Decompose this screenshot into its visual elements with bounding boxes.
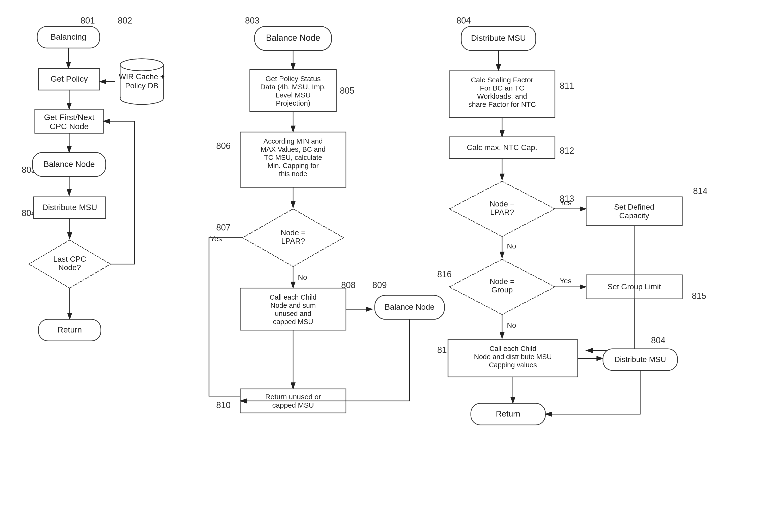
arrow-lastcpc-loop — [103, 121, 134, 264]
node-ru-label1: Return unused or — [265, 393, 321, 401]
node-gps-label3: Level MSU — [275, 91, 311, 99]
node-cs-label4: share Factor for NTC — [468, 100, 536, 108]
node-lpar-label2: LPAR? — [281, 237, 305, 245]
node-get-first-label1: Get First/Next — [44, 113, 94, 122]
node-gps-label4: Projection) — [276, 99, 310, 107]
node-cc2-label1: Call each Child — [489, 345, 536, 352]
label-804-right: 804 — [457, 16, 471, 25]
node-cs-label2: For BC an TC — [480, 84, 525, 92]
node-ru-label2: capped MSU — [272, 401, 314, 409]
label-no-2: No — [507, 242, 516, 250]
node-cs-label1: Calc Scaling Factor — [471, 76, 533, 84]
flowchart-container: 801 Balancing Get Policy Get First/Next … — [0, 0, 768, 532]
node-amm-label2: MAX Values, BC and — [261, 145, 325, 153]
node-gps-label1: Get Policy Status — [265, 75, 321, 83]
label-807: 807 — [216, 223, 231, 232]
node-distribute-msu-804-label: Distribute MSU — [42, 203, 97, 212]
node-balance-node-main-label: Balance Node — [266, 33, 320, 43]
node-get-policy-label: Get Policy — [51, 74, 88, 83]
node-cc2-label2: Node and distribute MSU — [474, 353, 552, 361]
node-wircache-label2: Policy DB — [125, 81, 158, 90]
node-amm-label1: According MIN and — [263, 137, 323, 145]
label-815: 815 — [692, 291, 706, 301]
node-ng-label1: Node = — [490, 277, 515, 286]
label-802: 802 — [118, 16, 132, 25]
label-no-3: No — [507, 321, 516, 329]
node-cc1-label3: unused and — [275, 310, 311, 317]
node-cmn-label: Calc max. NTC Cap. — [467, 143, 537, 152]
node-balancing-label: Balancing — [50, 32, 86, 41]
node-balance-node-803-label: Balance Node — [43, 159, 95, 169]
node-amm-label3: TC MSU, calculate — [264, 154, 322, 161]
node-last-cpc-label2: Node? — [58, 263, 81, 272]
node-lpar2-label1: Node = — [490, 199, 515, 208]
node-cc1-label2: Node and sum — [270, 302, 316, 309]
label-816: 816 — [437, 269, 452, 279]
node-dmr-label: Distribute MSU — [614, 355, 666, 364]
node-return-1-label: Return — [57, 325, 82, 334]
label-810: 810 — [216, 400, 231, 410]
node-ng-label2: Group — [492, 285, 513, 294]
arrow-sgl-callchild2 — [586, 299, 634, 351]
node-lpar2-label2: LPAR? — [490, 208, 514, 217]
label-801: 801 — [80, 16, 95, 25]
label-812: 812 — [560, 146, 574, 156]
node-cs-label3: Workloads, and — [477, 92, 527, 100]
node-cc1-label1: Call each Child — [269, 293, 316, 301]
label-814: 814 — [693, 186, 707, 196]
node-dmt-label: Distribute MSU — [471, 33, 526, 42]
label-811: 811 — [560, 81, 574, 91]
node-amm-label4: Min. Capping for — [267, 162, 319, 169]
label-809: 809 — [372, 280, 387, 290]
diagram-svg: 801 Balancing Get Policy Get First/Next … — [0, 0, 768, 532]
node-return2-label: Return — [496, 409, 520, 418]
node-lpar-label1: Node = — [280, 228, 305, 237]
node-gps-label2: Data (4h, MSU, Imp. — [260, 83, 326, 91]
label-yes-1: Yes — [210, 235, 222, 243]
label-805: 805 — [340, 86, 354, 96]
node-sdc-label2: Capacity — [619, 211, 649, 220]
label-yes-2: Yes — [560, 199, 572, 207]
label-no-1: No — [298, 273, 307, 281]
node-last-cpc-label1: Last CPC — [53, 255, 86, 263]
label-803-mid: 803 — [245, 16, 259, 25]
label-808: 808 — [341, 280, 355, 290]
node-bn809-label: Balance Node — [385, 302, 434, 311]
node-cc1-label4: capped MSU — [273, 318, 313, 326]
node-wircache-top2 — [120, 59, 163, 71]
node-cc2-label3: Capping values — [489, 361, 537, 369]
node-wircache-label1: WIR Cache + — [119, 72, 164, 81]
node-sdc-label1: Set Defined — [614, 203, 654, 211]
node-amm-label5: this node — [279, 170, 307, 178]
label-806: 806 — [216, 141, 231, 151]
label-yes-3: Yes — [560, 277, 572, 285]
node-get-first-label2: CPC Node — [50, 122, 89, 131]
label-804-rright: 804 — [651, 335, 665, 345]
